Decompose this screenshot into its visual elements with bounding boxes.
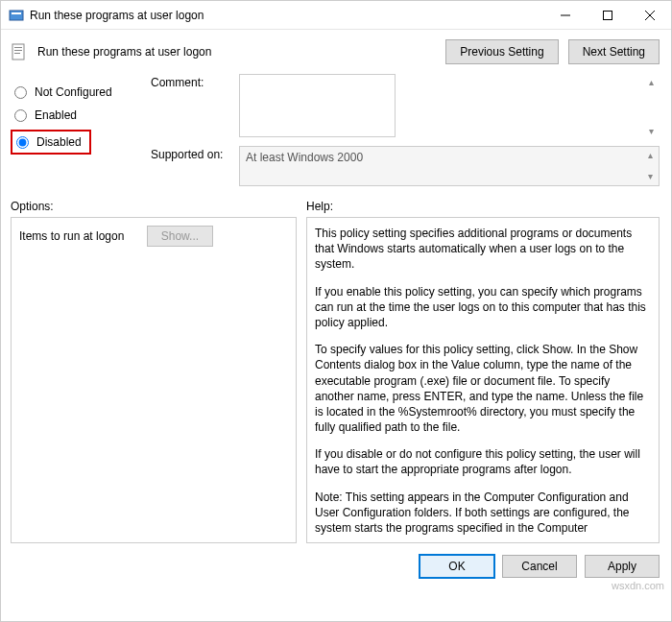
scroll-up-icon[interactable]: ▴ bbox=[643, 149, 657, 162]
section-labels: Options: Help: bbox=[1, 190, 671, 217]
policy-title: Run these programs at user logon bbox=[37, 45, 436, 59]
help-paragraph: This policy setting specifies additional… bbox=[315, 226, 651, 273]
panels-row: Items to run at logon Show... This polic… bbox=[1, 217, 671, 543]
config-row: Not Configured Enabled Disabled Comment:… bbox=[1, 72, 671, 190]
radio-enabled-label: Enabled bbox=[35, 108, 77, 122]
radio-disabled-label: Disabled bbox=[36, 135, 82, 149]
supported-value: At least Windows 2000 bbox=[246, 151, 363, 164]
svg-rect-9 bbox=[14, 53, 20, 54]
header-row: Run these programs at user logon Previou… bbox=[1, 30, 671, 72]
help-paragraph: If you enable this policy setting, you c… bbox=[315, 284, 651, 331]
cancel-button[interactable]: Cancel bbox=[502, 555, 577, 578]
app-icon bbox=[9, 8, 24, 23]
scroll-down-icon[interactable]: ▾ bbox=[643, 170, 657, 183]
supported-value-box: At least Windows 2000 ▴ ▾ bbox=[239, 146, 660, 186]
radio-enabled[interactable]: Enabled bbox=[11, 107, 145, 124]
options-panel: Items to run at logon Show... bbox=[11, 217, 297, 543]
close-button[interactable] bbox=[629, 1, 671, 30]
comment-row: Comment: ▴ ▾ bbox=[151, 74, 660, 140]
minimize-button[interactable] bbox=[544, 1, 587, 30]
apply-button[interactable]: Apply bbox=[585, 555, 660, 578]
next-setting-button[interactable]: Next Setting bbox=[568, 39, 660, 64]
fields: Comment: ▴ ▾ Supported on: At least Wind… bbox=[151, 74, 660, 186]
supported-row: Supported on: At least Windows 2000 ▴ ▾ bbox=[151, 146, 660, 186]
help-paragraph: To specify values for this policy settin… bbox=[315, 342, 651, 435]
window-title: Run these programs at user logon bbox=[30, 9, 544, 22]
radio-not-configured-label: Not Configured bbox=[35, 85, 112, 99]
items-to-run-label: Items to run at logon bbox=[19, 229, 124, 243]
previous-setting-button[interactable]: Previous Setting bbox=[445, 39, 558, 64]
policy-icon bbox=[11, 43, 28, 60]
titlebar: Run these programs at user logon bbox=[1, 1, 671, 30]
comment-label: Comment: bbox=[151, 74, 231, 140]
radio-disabled[interactable]: Disabled bbox=[12, 133, 84, 151]
footer: OK Cancel Apply bbox=[1, 543, 671, 589]
ok-button[interactable]: OK bbox=[420, 555, 494, 578]
help-paragraph: If you disable or do not configure this … bbox=[315, 446, 651, 477]
help-paragraph: Note: This setting appears in the Comput… bbox=[315, 490, 651, 537]
show-button: Show... bbox=[147, 226, 213, 247]
radio-disabled-input[interactable] bbox=[16, 136, 29, 149]
help-label: Help: bbox=[306, 200, 333, 213]
scroll-up-icon[interactable]: ▴ bbox=[644, 76, 658, 89]
svg-rect-8 bbox=[14, 50, 22, 51]
comment-input[interactable] bbox=[239, 74, 396, 137]
svg-rect-0 bbox=[10, 11, 23, 20]
help-panel[interactable]: This policy setting specifies additional… bbox=[306, 217, 660, 543]
supported-label: Supported on: bbox=[151, 146, 231, 186]
scroll-down-icon[interactable]: ▾ bbox=[644, 125, 658, 138]
options-label: Options: bbox=[11, 200, 306, 213]
svg-rect-3 bbox=[604, 11, 612, 19]
maximize-button[interactable] bbox=[587, 1, 629, 30]
svg-rect-1 bbox=[12, 12, 21, 14]
state-radios: Not Configured Enabled Disabled bbox=[11, 74, 145, 186]
radio-not-configured[interactable]: Not Configured bbox=[11, 84, 145, 101]
svg-rect-6 bbox=[12, 44, 24, 60]
radio-not-configured-input[interactable] bbox=[14, 86, 27, 99]
radio-enabled-input[interactable] bbox=[14, 109, 27, 122]
svg-rect-7 bbox=[14, 47, 22, 48]
radio-disabled-highlight: Disabled bbox=[11, 130, 91, 155]
